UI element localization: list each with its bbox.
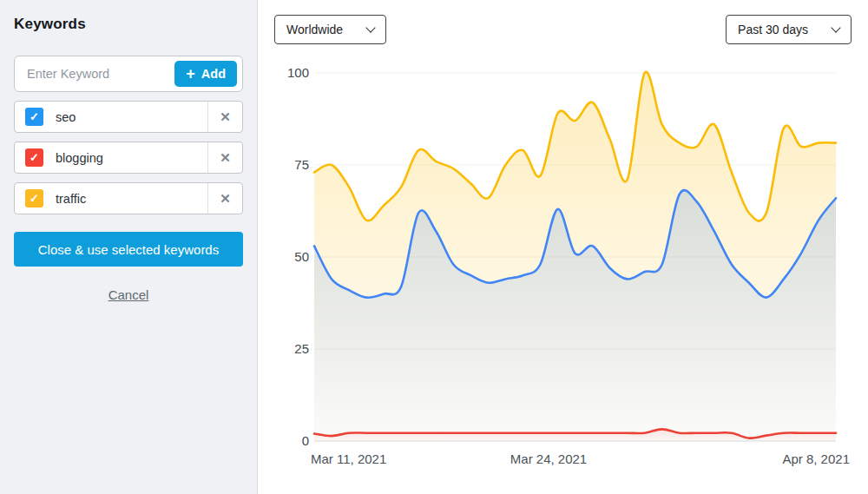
remove-keyword-button[interactable]: ✕	[207, 102, 242, 132]
keyword-checkbox[interactable]: ✓	[25, 189, 43, 207]
y-axis-tick-0: 0	[266, 433, 309, 449]
keyword-checkbox[interactable]: ✓	[25, 148, 43, 167]
y-axis-tick-25: 25	[266, 341, 309, 357]
remove-keyword-button[interactable]: ✕	[207, 142, 242, 173]
keyword-chip-blogging[interactable]: ✓ blogging ✕	[14, 142, 243, 174]
keyword-label: blogging	[56, 151, 103, 165]
close-icon: ✕	[220, 191, 231, 207]
close-icon: ✕	[220, 150, 231, 166]
keyword-chip-seo[interactable]: ✓ seo ✕	[14, 101, 243, 133]
plus-icon: +	[186, 66, 195, 82]
y-axis-tick-100: 100	[266, 65, 309, 81]
keyword-checkbox[interactable]: ✓	[25, 108, 43, 126]
keywords-sidebar: Keywords + Add ✓ seo ✕ ✓ blogging ✕ ✓ tr…	[0, 0, 258, 494]
close-icon: ✕	[220, 109, 231, 125]
cancel-link[interactable]: Cancel	[14, 287, 243, 302]
keyword-chip-traffic[interactable]: ✓ traffic ✕	[14, 182, 243, 214]
y-axis-tick-50: 50	[266, 249, 309, 265]
trends-chart-panel: Worldwide Past 30 days 100 75 50 25 0 Ma…	[258, 0, 868, 494]
add-button-label: Add	[201, 67, 226, 81]
add-keyword-button[interactable]: + Add	[174, 61, 237, 87]
x-axis-label-apr8: Apr 8, 2021	[782, 451, 850, 466]
y-axis-tick-75: 75	[266, 157, 309, 173]
keyword-label: traffic	[56, 192, 86, 206]
keyword-input-group: + Add	[14, 56, 243, 92]
x-axis-label-mar24: Mar 24, 2021	[510, 451, 587, 466]
close-use-keywords-button[interactable]: Close & use selected keywords	[14, 232, 243, 267]
keyword-input[interactable]	[25, 66, 174, 82]
keyword-label: seo	[56, 110, 76, 124]
sidebar-title: Keywords	[14, 16, 243, 33]
remove-keyword-button[interactable]: ✕	[207, 183, 242, 214]
trends-area-chart	[258, 0, 868, 494]
x-axis-label-mar11: Mar 11, 2021	[311, 451, 386, 466]
